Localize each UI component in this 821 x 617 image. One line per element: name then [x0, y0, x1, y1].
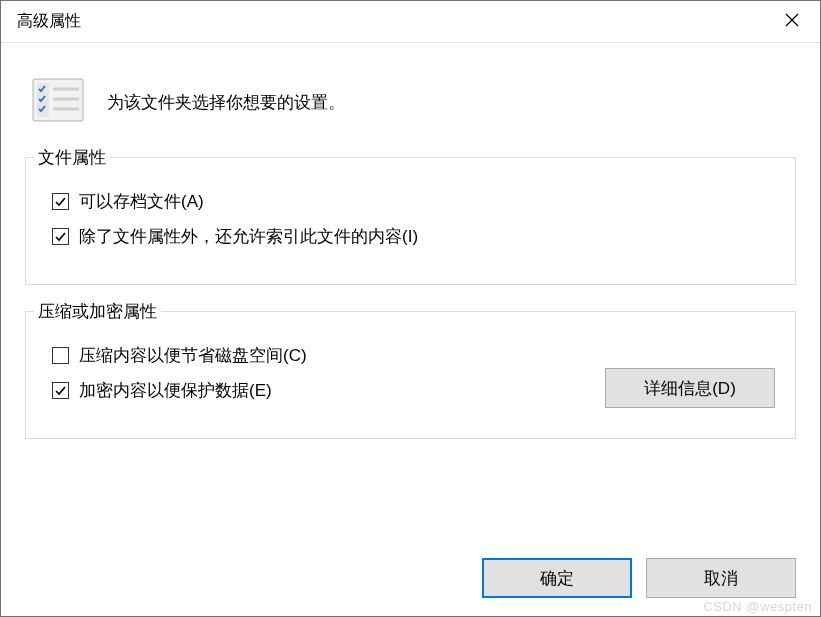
compress-row: 压缩内容以便节省磁盘空间(C) — [52, 344, 605, 367]
check-icon — [54, 195, 67, 208]
compress-encrypt-group: 压缩或加密属性 压缩内容以便节省磁盘空间(C) 加密内容以便保护数据(E) 详细… — [25, 311, 796, 439]
index-label: 除了文件属性外，还允许索引此文件的内容(I) — [79, 225, 418, 248]
intro-text: 为该文件夹选择你想要的设置。 — [107, 91, 345, 114]
archive-row: 可以存档文件(A) — [52, 190, 775, 213]
ok-button[interactable]: 确定 — [482, 558, 632, 598]
close-button[interactable] — [764, 1, 820, 43]
intro-row: 为该文件夹选择你想要的设置。 — [25, 63, 796, 157]
watermark: CSDN @wespten — [703, 599, 812, 614]
window-title: 高级属性 — [17, 11, 81, 32]
titlebar: 高级属性 — [1, 1, 820, 43]
archive-label: 可以存档文件(A) — [79, 190, 204, 213]
archive-checkbox[interactable] — [52, 193, 69, 210]
index-row: 除了文件属性外，还允许索引此文件的内容(I) — [52, 225, 775, 248]
group-legend: 文件属性 — [34, 146, 110, 169]
index-checkbox[interactable] — [52, 228, 69, 245]
compress-label: 压缩内容以便节省磁盘空间(C) — [79, 344, 307, 367]
details-button[interactable]: 详细信息(D) — [605, 368, 775, 408]
check-icon — [54, 230, 67, 243]
encrypt-row: 加密内容以便保护数据(E) — [52, 379, 605, 402]
compress-checkbox[interactable] — [52, 347, 69, 364]
encrypt-checkbox[interactable] — [52, 382, 69, 399]
file-attributes-group: 文件属性 可以存档文件(A) 除了文件属性外，还允许索引此文件的内容(I) — [25, 157, 796, 285]
check-icon — [54, 384, 67, 397]
close-icon — [785, 13, 799, 31]
button-bar: 确定 取消 — [482, 558, 796, 598]
cancel-button[interactable]: 取消 — [646, 558, 796, 598]
group-legend: 压缩或加密属性 — [34, 300, 161, 323]
properties-icon — [31, 77, 85, 127]
encrypt-label: 加密内容以便保护数据(E) — [79, 379, 272, 402]
dialog-content: 为该文件夹选择你想要的设置。 文件属性 可以存档文件(A) 除了文件属性外，还允… — [1, 43, 820, 439]
